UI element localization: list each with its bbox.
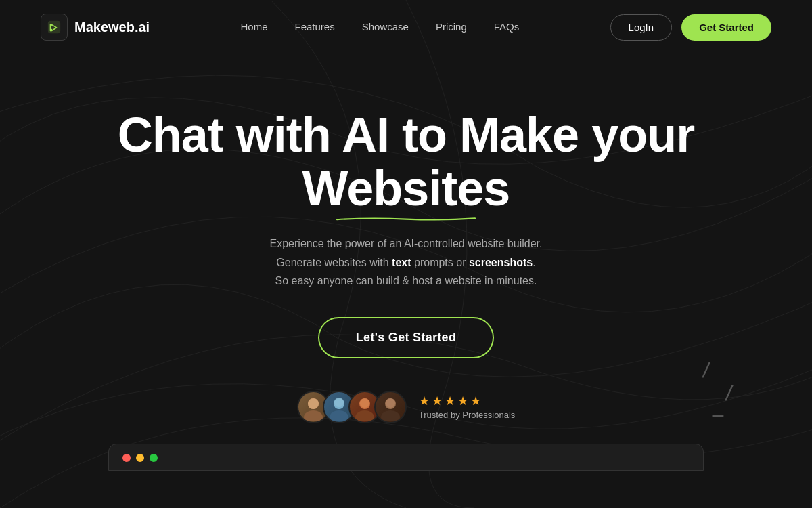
window-controls [122, 454, 690, 462]
svg-point-8 [355, 410, 374, 421]
svg-point-5 [330, 410, 348, 421]
social-proof: ★ ★ ★ ★ ★ Trusted by Professionals [297, 391, 516, 423]
nav-actions: LogIn Get Started [610, 14, 771, 41]
svg-point-3 [308, 398, 319, 409]
bold-text: text [392, 257, 411, 268]
hero-title: Chat with AI to Make your Websites [102, 108, 710, 215]
star-2: ★ [432, 394, 443, 408]
star-4: ★ [457, 394, 468, 408]
logo[interactable]: Makeweb.ai [41, 14, 150, 41]
nav-pricing[interactable]: Pricing [436, 21, 467, 33]
bold-screenshots: screenshots [469, 257, 533, 268]
svg-rect-0 [48, 21, 60, 33]
nav-showcase[interactable]: Showcase [362, 21, 409, 33]
hero-section: Chat with AI to Make your Websites Exper… [0, 54, 812, 423]
avatar-group [297, 391, 407, 423]
nav-links: Home Features Showcase Pricing FAQs [240, 21, 519, 33]
svg-point-6 [334, 398, 344, 407]
star-5: ★ [470, 394, 481, 408]
browser-preview [108, 444, 704, 471]
window-close-dot [122, 454, 131, 462]
get-started-nav-button[interactable]: Get Started [681, 14, 771, 41]
avatar-4 [374, 391, 407, 423]
hero-subtitle: Experience the power of an AI-controlled… [270, 234, 543, 290]
svg-point-2 [304, 410, 323, 421]
logo-icon [41, 14, 68, 41]
login-button[interactable]: LogIn [610, 14, 673, 41]
rating-info: ★ ★ ★ ★ ★ Trusted by Professionals [419, 394, 516, 420]
svg-point-9 [360, 398, 369, 408]
window-minimize-dot [136, 454, 144, 462]
nav-features[interactable]: Features [294, 21, 334, 33]
svg-point-11 [381, 410, 400, 421]
title-underline [284, 217, 528, 221]
nav-home[interactable]: Home [240, 21, 267, 33]
svg-point-12 [386, 398, 395, 408]
star-rating: ★ ★ ★ ★ ★ [419, 394, 516, 408]
logo-text: Makeweb.ai [74, 20, 150, 35]
navbar: Makeweb.ai Home Features Showcase Pricin… [0, 0, 812, 54]
star-1: ★ [419, 394, 430, 408]
nav-faqs[interactable]: FAQs [494, 21, 520, 33]
hero-cta-button[interactable]: Let's Get Started [318, 317, 494, 358]
window-maximize-dot [150, 454, 158, 462]
star-3: ★ [445, 394, 455, 408]
trusted-label: Trusted by Professionals [419, 410, 516, 420]
